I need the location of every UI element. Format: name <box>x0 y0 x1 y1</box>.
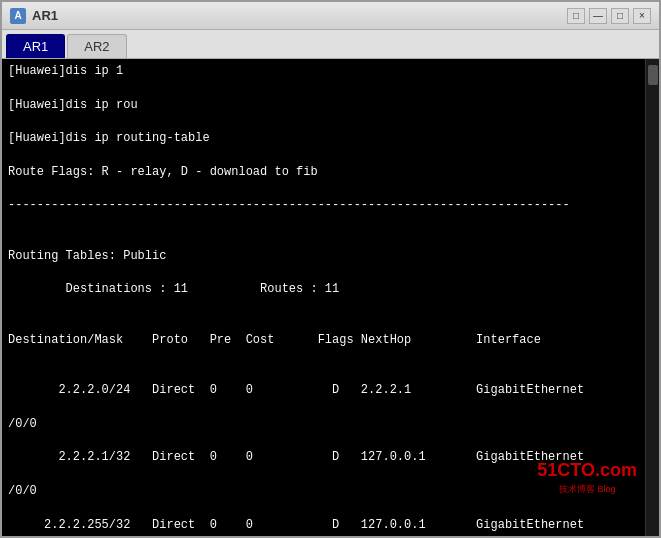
window-title: AR1 <box>32 8 58 23</box>
terminal-line: /0/0 <box>8 416 639 433</box>
scrollbar[interactable] <box>645 59 659 536</box>
app-icon: A <box>10 8 26 24</box>
main-window: A AR1 □ — □ × AR1 AR2 [Huawei]dis ip 1 [… <box>0 0 661 538</box>
terminal-line: [Huawei]dis ip rou <box>8 97 639 114</box>
watermark-logo: 51CTO.com <box>537 458 637 483</box>
scroll-thumb[interactable] <box>648 65 658 85</box>
title-bar: A AR1 □ — □ × <box>2 2 659 30</box>
terminal-wrapper: [Huawei]dis ip 1 [Huawei]dis ip rou [Hua… <box>2 59 659 536</box>
close-button[interactable]: × <box>633 8 651 24</box>
terminal-line: 2.2.2.255/32 Direct 0 0 D 127.0.0.1 Giga… <box>8 517 639 534</box>
terminal-area[interactable]: [Huawei]dis ip 1 [Huawei]dis ip rou [Hua… <box>2 59 645 536</box>
tab-ar2[interactable]: AR2 <box>67 34 126 58</box>
watermark-sub1: 技术博客 Blog <box>559 483 616 496</box>
terminal-line: [Huawei]dis ip 1 <box>8 63 639 80</box>
tab-ar1[interactable]: AR1 <box>6 34 65 58</box>
terminal-line: Route Flags: R - relay, D - download to … <box>8 164 639 181</box>
terminal-line: [Huawei]dis ip routing-table <box>8 130 639 147</box>
terminal-line: 2.2.2.0/24 Direct 0 0 D 2.2.2.1 GigabitE… <box>8 382 639 399</box>
terminal-line: Routing Tables: Public <box>8 248 639 265</box>
terminal-line: Destinations : 11 Routes : 11 <box>8 281 639 298</box>
title-bar-left: A AR1 <box>10 8 58 24</box>
terminal-line: Destination/Mask Proto Pre Cost Flags Ne… <box>8 332 639 349</box>
window-controls: □ — □ × <box>567 8 651 24</box>
terminal-line: ----------------------------------------… <box>8 197 639 214</box>
maximize-button[interactable]: □ <box>611 8 629 24</box>
tab-bar: AR1 AR2 <box>2 30 659 59</box>
minimize-button[interactable]: — <box>589 8 607 24</box>
watermark: 51CTO.com 技术博客 Blog <box>537 458 637 496</box>
restore-button[interactable]: □ <box>567 8 585 24</box>
